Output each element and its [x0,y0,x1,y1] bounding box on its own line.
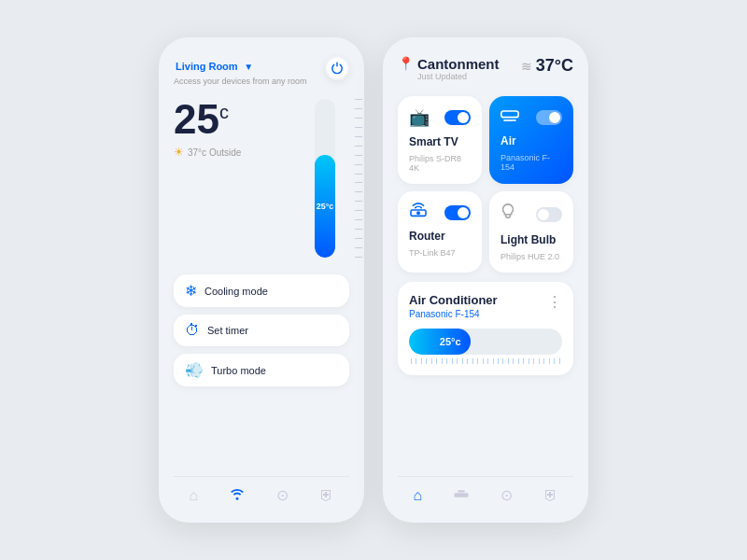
timer-button[interactable]: ⏱ Set timer [174,315,349,346]
device-grid: 📺 Smart TV Philips S-DR8 4K Air Panasoni… [398,96,573,273]
device-card-air[interactable]: Air Panasonic F-154 [489,96,573,184]
ac-tick-row [409,358,562,364]
device-card-header-tv: 📺 [409,107,471,128]
location-row: 📍 Cantonment Just Updated [398,56,500,81]
current-temp: 25c [174,99,291,140]
right-header: 📍 Cantonment Just Updated ≋ 37°C [398,56,573,81]
bulb-icon [500,203,515,226]
tv-icon: 📺 [409,107,430,128]
nav-home[interactable]: ⌂ [189,487,198,504]
left-phone: Living Room ▼ Access your devices from a… [159,37,364,523]
thermo-ticks [355,99,362,258]
air-name: Air [500,134,562,147]
device-card-router[interactable]: Router TP-Link B47 [398,191,482,273]
tv-toggle[interactable] [444,110,471,125]
location-updated: Just Updated [417,72,500,81]
thermo-fill: 25°c [315,155,335,259]
outside-temp: ☀ 37°c Outside [174,146,291,159]
sun-icon: ☀ [174,146,184,159]
svg-point-2 [417,212,419,214]
svg-rect-3 [454,493,468,497]
location-name: Cantonment [417,56,500,72]
thermometer: 25°c [301,99,349,258]
power-button[interactable] [325,56,349,80]
tv-name: Smart TV [409,135,471,148]
ac-slider-label: 25°c [440,336,461,347]
tv-model: Philips S-DR8 4K [409,154,471,173]
device-card-smart-tv[interactable]: 📺 Smart TV Philips S-DR8 4K [398,96,482,184]
location-pin-icon: 📍 [398,56,414,71]
thermo-scale: 25°c [315,99,335,258]
room-title[interactable]: Living Room ▼ [174,56,307,75]
room-subtitle: Access your devices from any room [174,77,307,86]
temp-left: 25c ☀ 37°c Outside [174,99,291,159]
svg-rect-4 [458,490,465,492]
ac-model: Panasonic F-154 [409,309,498,319]
router-model: TP-Link B47 [409,248,471,258]
right-nav-wifi[interactable] [453,487,470,504]
ac-header: Air Conditioner Panasonic F-154 ⋮ [409,293,562,319]
left-header: Living Room ▼ Access your devices from a… [174,56,349,86]
temp-display: 25c ☀ 37°c Outside 25°c [174,99,349,258]
router-name: Router [409,230,471,243]
device-card-header-air [500,107,562,127]
light-name: Light Bulb [500,233,562,246]
right-bottom-nav: ⌂ ⊙ ⛨ [398,476,573,504]
dropdown-arrow[interactable]: ▼ [244,62,253,72]
ac-more-button[interactable]: ⋮ [547,293,562,311]
timer-label: Set timer [207,325,248,336]
router-toggle[interactable] [444,205,471,220]
air-model: Panasonic F-154 [500,153,562,172]
ac-info: Air Conditioner Panasonic F-154 [409,293,498,319]
device-card-light[interactable]: Light Bulb Philips HUE 2.0 [489,191,573,273]
air-icon [500,107,519,127]
router-icon [409,203,428,222]
ac-title: Air Conditioner [409,293,498,307]
wind-icon: ≋ [521,59,532,74]
device-card-header-router [409,203,471,222]
right-phone: 📍 Cantonment Just Updated ≋ 37°C 📺 Smart… [383,37,588,523]
device-card-header-light [500,203,562,226]
right-nav-shield[interactable]: ⛨ [543,487,558,504]
air-toggle[interactable] [536,110,562,125]
right-nav-home[interactable]: ⌂ [413,487,422,504]
cooling-label: Cooling mode [204,286,268,297]
mode-buttons: ❄ Cooling mode ⏱ Set timer 💨 Turbo mode [174,274,349,386]
svg-rect-0 [501,111,518,118]
light-model: Philips HUE 2.0 [500,252,562,261]
cooling-mode-button[interactable]: ❄ Cooling mode [174,274,349,307]
nav-camera[interactable]: ⊙ [276,486,289,504]
nav-wifi[interactable] [229,487,246,504]
turbo-button[interactable]: 💨 Turbo mode [174,354,349,386]
turbo-icon: 💨 [185,361,204,379]
right-temp-display: ≋ 37°C [521,56,573,76]
thermo-label: 25°c [317,202,334,211]
cooling-icon: ❄ [185,282,197,300]
room-info: Living Room ▼ Access your devices from a… [174,56,307,86]
timer-icon: ⏱ [185,322,200,339]
left-bottom-nav: ⌂ ⊙ ⛨ [174,476,349,504]
turbo-label: Turbo mode [211,365,266,376]
right-temp: 37°C [536,56,573,76]
location-info: Cantonment Just Updated [417,56,500,81]
room-name: Living Room [176,61,238,72]
ac-section: Air Conditioner Panasonic F-154 ⋮ 25°c [398,282,573,375]
ac-slider-track: 25°c [409,329,562,355]
light-toggle[interactable] [536,207,562,222]
ac-slider-fill: 25°c [409,329,471,355]
ac-slider[interactable]: 25°c [409,329,562,364]
right-nav-camera[interactable]: ⊙ [500,486,513,504]
nav-shield[interactable]: ⛨ [319,487,334,504]
